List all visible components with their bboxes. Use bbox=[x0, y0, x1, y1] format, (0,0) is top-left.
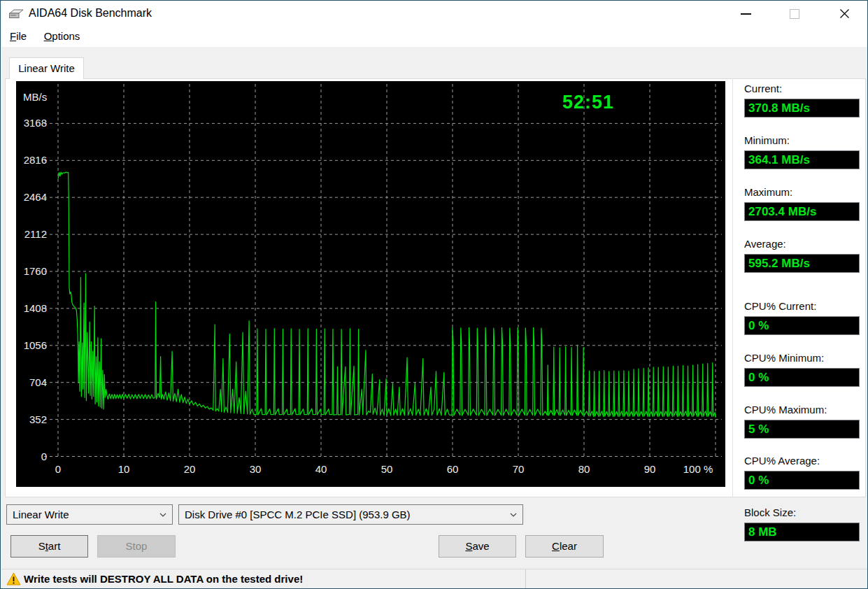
stat-average: Average: 595.2 MB/s bbox=[744, 238, 860, 273]
stat-current: Current: 370.8 MB/s bbox=[744, 83, 860, 118]
start-button[interactable]: Start bbox=[10, 535, 88, 558]
stat-value: 0 % bbox=[744, 368, 860, 387]
stat-cpu-maximum: CPU% Maximum: 5 % bbox=[744, 404, 860, 439]
svg-text:60: 60 bbox=[447, 463, 459, 475]
svg-text:1056: 1056 bbox=[24, 339, 47, 351]
status-bar-divider bbox=[525, 569, 526, 589]
stat-label: CPU% Maximum: bbox=[744, 404, 860, 416]
svg-text:80: 80 bbox=[578, 463, 590, 475]
elapsed-timer: 52:51 bbox=[562, 92, 639, 113]
drive-value: Disk Drive #0 [SPCC M.2 PCIe SSD] (953.9… bbox=[185, 509, 411, 520]
svg-text:0: 0 bbox=[55, 463, 61, 475]
clear-button[interactable]: Clear bbox=[525, 535, 604, 558]
stat-value: 0 % bbox=[744, 471, 860, 490]
svg-text:352: 352 bbox=[29, 413, 47, 425]
test-type-dropdown[interactable]: Linear Write bbox=[6, 504, 173, 525]
stat-value: 364.1 MB/s bbox=[744, 150, 860, 169]
save-button[interactable]: Save bbox=[439, 535, 516, 558]
warning-triangle-icon bbox=[6, 572, 21, 586]
menu-bar: File Options bbox=[1, 27, 868, 47]
stat-maximum: Maximum: 2703.4 MB/s bbox=[744, 186, 860, 221]
svg-text:2816: 2816 bbox=[24, 154, 47, 166]
stat-value: 595.2 MB/s bbox=[744, 254, 860, 273]
svg-text:40: 40 bbox=[315, 463, 327, 475]
tab-linear-write[interactable]: Linear Write bbox=[9, 57, 84, 79]
svg-text:0: 0 bbox=[41, 450, 47, 462]
stat-cpu-average: CPU% Average: 0 % bbox=[744, 455, 860, 490]
stat-label: Current: bbox=[744, 83, 860, 94]
svg-text:1760: 1760 bbox=[24, 265, 47, 277]
chart-canvas: MB/s316828162464211217601408105670435200… bbox=[16, 81, 725, 487]
svg-text:1408: 1408 bbox=[24, 302, 47, 314]
svg-text:100 %: 100 % bbox=[683, 463, 713, 475]
window-title: AIDA64 Disk Benchmark bbox=[29, 7, 152, 20]
test-type-value: Linear Write bbox=[13, 509, 69, 520]
stat-value: 0 % bbox=[744, 316, 860, 335]
disk-drive-icon bbox=[8, 8, 24, 20]
svg-text:MB/s: MB/s bbox=[23, 91, 47, 103]
page-stats-divider bbox=[732, 78, 733, 497]
stat-value: 2703.4 MB/s bbox=[744, 202, 860, 221]
stat-label: CPU% Minimum: bbox=[744, 352, 860, 364]
svg-text:50: 50 bbox=[381, 463, 393, 475]
menu-options[interactable]: Options bbox=[37, 27, 87, 45]
stat-label: Block Size: bbox=[744, 506, 860, 518]
maximize-icon[interactable] bbox=[778, 1, 811, 27]
svg-text:30: 30 bbox=[250, 463, 262, 475]
svg-text:20: 20 bbox=[184, 463, 196, 475]
stat-label: CPU% Average: bbox=[744, 455, 860, 467]
stat-value: 370.8 MB/s bbox=[744, 99, 860, 118]
drive-dropdown[interactable]: Disk Drive #0 [SPCC M.2 PCIe SSD] (953.9… bbox=[178, 504, 523, 525]
svg-text:90: 90 bbox=[644, 463, 656, 475]
svg-text:70: 70 bbox=[513, 463, 525, 475]
svg-text:10: 10 bbox=[118, 463, 130, 475]
title-bar: AIDA64 Disk Benchmark bbox=[1, 1, 868, 27]
menu-file[interactable]: File bbox=[3, 27, 34, 45]
stat-label: Average: bbox=[744, 238, 860, 250]
stat-label: CPU% Current: bbox=[744, 300, 860, 312]
svg-text:2112: 2112 bbox=[24, 228, 47, 240]
app-window: AIDA64 Disk Benchmark File Options Linea… bbox=[0, 0, 868, 589]
stat-label: Minimum: bbox=[744, 134, 860, 146]
stat-block-size: Block Size: 8 MB bbox=[744, 506, 860, 541]
benchmark-chart: MB/s316828162464211217601408105670435200… bbox=[16, 81, 725, 487]
svg-text:3168: 3168 bbox=[24, 117, 47, 129]
minimize-icon[interactable] bbox=[730, 1, 762, 27]
stat-cpu-minimum: CPU% Minimum: 0 % bbox=[744, 352, 860, 387]
svg-text:2464: 2464 bbox=[24, 191, 47, 203]
stat-cpu-current: CPU% Current: 0 % bbox=[744, 300, 860, 335]
svg-text:704: 704 bbox=[29, 376, 47, 388]
warning-message: Write tests will DESTROY ALL DATA on the… bbox=[24, 573, 303, 585]
stat-label: Maximum: bbox=[744, 186, 860, 198]
chevron-down-icon bbox=[510, 513, 517, 517]
stat-minimum: Minimum: 364.1 MB/s bbox=[744, 134, 860, 169]
stat-value: 5 % bbox=[744, 420, 860, 439]
chevron-down-icon bbox=[159, 513, 166, 517]
stat-value: 8 MB bbox=[744, 523, 860, 541]
close-icon[interactable] bbox=[828, 1, 860, 27]
stop-button[interactable]: Stop bbox=[97, 535, 176, 558]
